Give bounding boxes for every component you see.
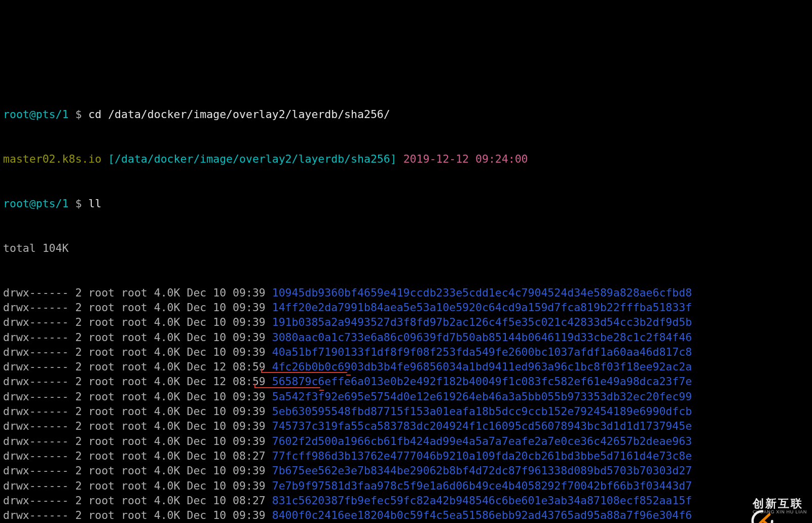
dir-name: 7b675ee562e3e7b8344be29062b8bf4d72dc87f9… — [272, 464, 692, 477]
command-1: cd /data/docker/image/overlay2/layerdb/s… — [88, 108, 390, 121]
listing-row: drwx------ 2 root root 4.0K Dec 10 09:39… — [3, 434, 810, 449]
dir-name: 191b0385a2a9493527d3f8fd97b2ac126c4f5e35… — [272, 316, 692, 328]
listing-row: drwx------ 2 root root 4.0K Dec 10 09:39… — [3, 300, 810, 315]
context-line: master02.k8s.io [/data/docker/image/over… — [3, 152, 810, 166]
listing-row: drwx------ 2 root root 4.0K Dec 10 09:39… — [3, 419, 810, 433]
terminal[interactable]: root@pts/1 $ cd /data/docker/image/overl… — [0, 74, 812, 523]
watermark-logo-icon — [724, 495, 748, 518]
dir-name: 745737c319fa55ca583783dc204924f1c16095cd… — [272, 420, 692, 432]
listing-row: drwx------ 2 root root 4.0K Dec 12 08:59… — [3, 374, 810, 389]
listing-row: drwx------ 2 root root 4.0K Dec 10 08:27… — [3, 493, 810, 508]
total-line: total 104K — [3, 241, 810, 255]
dir-name: 77fcff986d3b13762e4777046b9210a109fda20c… — [272, 450, 692, 462]
listing-row: drwx------ 2 root root 4.0K Dec 10 09:39… — [3, 478, 810, 493]
file-meta: drwx------ 2 root root 4.0K Dec 10 09:39 — [3, 316, 272, 328]
ps1-user: root@pts/1 — [3, 197, 68, 210]
dir-name: 40a51bf7190133f1df8f9f08f253fda549fe2600… — [272, 346, 692, 358]
file-meta: drwx------ 2 root root 4.0K Dec 10 09:39 — [3, 420, 272, 432]
dir-name: 831c5620387fb9efec59fc82a42b948546c6be60… — [272, 494, 692, 507]
listing-row: drwx------ 2 root root 4.0K Dec 10 09:39… — [3, 285, 810, 300]
file-meta: drwx------ 2 root root 4.0K Dec 10 08:27 — [3, 450, 272, 462]
command-2: ll — [88, 197, 101, 210]
watermark-cn: 创新互联 — [753, 498, 807, 510]
timestamp: 2019-12-12 09:24:00 — [403, 153, 528, 165]
listing-row: drwx------ 2 root root 4.0K Dec 12 08:59… — [3, 359, 810, 374]
file-meta: drwx------ 2 root root 4.0K Dec 10 09:39 — [3, 479, 272, 492]
dir-name: 565879c6effe6a013e0b2e492f182b40049f1c08… — [272, 375, 692, 388]
cwd-path: [/data/docker/image/overlay2/layerdb/sha… — [108, 153, 397, 165]
annotation-underline — [254, 387, 320, 388]
directory-listing: drwx------ 2 root root 4.0K Dec 10 09:39… — [3, 285, 810, 523]
file-meta: drwx------ 2 root root 4.0K Dec 10 09:39 — [3, 435, 272, 447]
ps1-user: root@pts/1 — [3, 108, 68, 121]
dir-name: 5eb630595548fbd87715f153a01eafa18b5dcc9c… — [272, 405, 692, 418]
dir-name: 5a542f3f92e695e5754d0e12e619264eb46a3a5b… — [272, 390, 692, 403]
hostname: master02.k8s.io — [3, 153, 101, 165]
prompt-line-2: root@pts/1 $ ll — [3, 196, 810, 211]
dir-name: 7602f2d500a1966cb61fb424ad99e4a5a7a7eafe… — [272, 435, 692, 447]
file-meta: drwx------ 2 root root 4.0K Dec 12 08:59 — [3, 360, 272, 373]
listing-row: drwx------ 2 root root 4.0K Dec 10 09:39… — [3, 315, 810, 329]
prompt-line-1: root@pts/1 $ cd /data/docker/image/overl… — [3, 107, 810, 122]
file-meta: drwx------ 2 root root 4.0K Dec 10 09:39 — [3, 346, 272, 358]
file-meta: drwx------ 2 root root 4.0K Dec 10 08:27 — [3, 494, 272, 507]
dir-name: 8400f0c2416ee18204b0c59f4c5ea51586ebb92a… — [272, 509, 692, 521]
dir-name: 7e7b9f97581d3faa978c5f9e1a6d06b49ce4b405… — [272, 479, 692, 492]
ps1-dollar: $ — [68, 197, 88, 210]
file-meta: drwx------ 2 root root 4.0K Dec 12 08:59 — [3, 375, 272, 388]
listing-row: drwx------ 2 root root 4.0K Dec 10 09:39… — [3, 345, 810, 359]
listing-row: drwx------ 2 root root 4.0K Dec 10 08:27… — [3, 449, 810, 463]
file-meta: drwx------ 2 root root 4.0K Dec 10 09:39 — [3, 286, 272, 299]
file-meta: drwx------ 2 root root 4.0K Dec 10 09:39 — [3, 390, 272, 403]
file-meta: drwx------ 2 root root 4.0K Dec 10 09:39 — [3, 331, 272, 344]
file-meta: drwx------ 2 root root 4.0K Dec 10 09:39 — [3, 301, 272, 314]
listing-row: drwx------ 2 root root 4.0K Dec 10 09:39… — [3, 404, 810, 419]
listing-row: drwx------ 2 root root 4.0K Dec 10 09:39… — [3, 508, 810, 522]
dir-name: 10945db9360bf4659e419ccdb233e5cdd1ec4c79… — [272, 286, 692, 299]
file-meta: drwx------ 2 root root 4.0K Dec 10 09:39 — [3, 405, 272, 418]
ps1-dollar: $ — [68, 108, 88, 121]
file-meta: drwx------ 2 root root 4.0K Dec 10 09:39 — [3, 464, 272, 477]
listing-row: drwx------ 2 root root 4.0K Dec 10 09:39… — [3, 330, 810, 345]
dir-name: 3080aac0a1c733e6a86c09639fd7b50ab85144b0… — [272, 331, 692, 344]
listing-row: drwx------ 2 root root 4.0K Dec 10 09:39… — [3, 389, 810, 404]
listing-row: drwx------ 2 root root 4.0K Dec 10 09:39… — [3, 463, 810, 478]
dir-name: 14ff20e2da7991b84aea5e53a10e5920c64cd9a1… — [272, 301, 692, 314]
file-meta: drwx------ 2 root root 4.0K Dec 10 09:39 — [3, 509, 272, 521]
watermark: 创新互联 CHUANG XIN HU LIAN — [724, 495, 807, 518]
dir-name: 4fc26b0b0c6903db3b4fe96856034a1bd9411ed9… — [272, 360, 692, 373]
